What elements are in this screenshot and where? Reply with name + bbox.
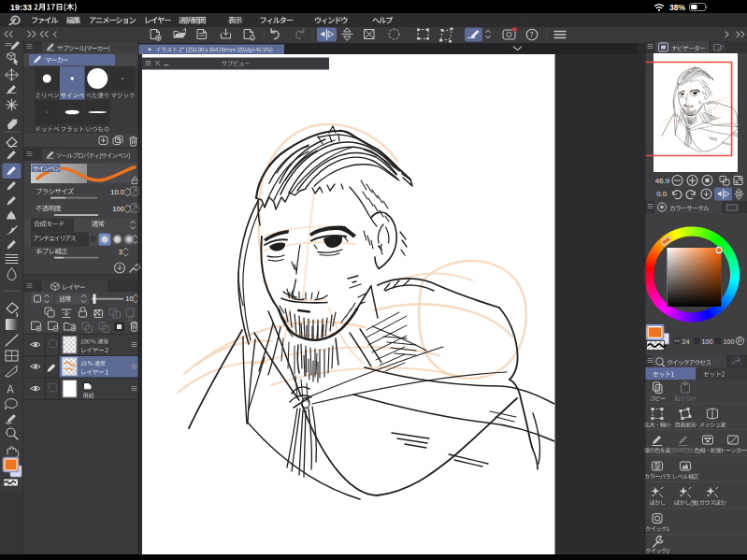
svg-text:10.0: 10.0 <box>110 188 124 196</box>
svg-text:38%: 38% <box>669 3 685 12</box>
svg-text:3: 3 <box>119 248 122 256</box>
svg-text:100: 100 <box>724 337 735 346</box>
svg-text:100: 100 <box>702 337 713 346</box>
svg-text:10: 10 <box>125 294 133 303</box>
svg-text:19:33: 19:33 <box>10 3 32 12</box>
svg-text:100: 100 <box>112 205 124 213</box>
svg-text:46.9: 46.9 <box>655 177 669 185</box>
svg-text:0.0: 0.0 <box>656 190 668 198</box>
svg-text:24: 24 <box>682 337 690 346</box>
